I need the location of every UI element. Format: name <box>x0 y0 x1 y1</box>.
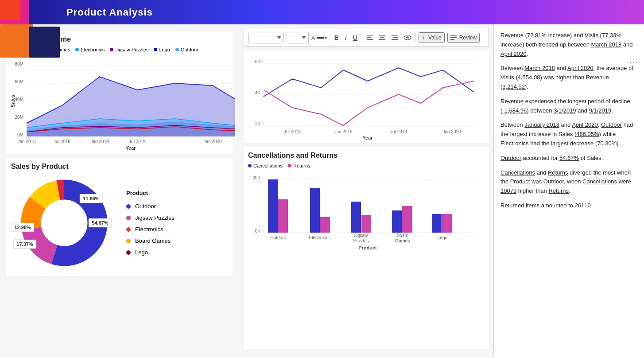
outdoor-dot <box>175 48 179 51</box>
align-left-button[interactable] <box>365 34 375 41</box>
pie-legend-title: Product <box>126 187 175 199</box>
pie-outdoor: Outdoor <box>126 201 175 212</box>
size-select[interactable] <box>287 32 309 43</box>
march-2018-1[interactable]: March 2018 <box>591 41 622 48</box>
svg-text:Sales: Sales <box>10 95 16 108</box>
align-center-button[interactable] <box>377 34 387 41</box>
italic-button[interactable]: I <box>343 33 349 42</box>
jan-2018[interactable]: January 2018 <box>524 121 559 128</box>
svg-text:4K: 4K <box>255 90 261 95</box>
outdoor-cancel-bar <box>268 179 278 233</box>
bold-button[interactable]: B <box>333 33 341 42</box>
legend-electronics: Electronics <box>75 47 105 52</box>
returns-link-1[interactable]: Returns <box>548 169 568 176</box>
decline-end[interactable]: 9/1/2019 <box>589 107 612 114</box>
logo-orange-top <box>0 0 20 20</box>
svg-text:Games: Games <box>395 238 410 243</box>
outdoor-sales-pct[interactable]: 54.67% <box>559 155 579 161</box>
svg-text:Year: Year <box>362 135 373 140</box>
visits-link-2[interactable]: Visits <box>500 74 514 81</box>
font-select[interactable] <box>248 32 284 43</box>
outdoor-link-1[interactable]: Outdoor <box>601 121 622 128</box>
svg-text:Jan 2018: Jan 2018 <box>17 139 36 144</box>
svg-text:12.98%: 12.98% <box>14 225 31 230</box>
decline-val[interactable]: -1,684.96 <box>502 107 527 114</box>
svg-text:0K: 0K <box>255 229 261 233</box>
bar-chart-svg: 20K 0K <box>248 171 478 248</box>
font-color-btn[interactable]: A ▾ <box>311 35 327 41</box>
options-icon[interactable]: ··· <box>629 58 639 67</box>
svg-text:Jan 2019: Jan 2019 <box>90 139 109 144</box>
outdoor-pct[interactable]: 466.05% <box>576 131 599 137</box>
revenue-link-1[interactable]: Revenue <box>500 32 524 39</box>
svg-text:Board: Board <box>397 233 409 238</box>
pie-electronics-label: Electronics <box>135 224 163 235</box>
value-tab-label: Value <box>428 35 442 41</box>
april-2020-2[interactable]: April 2020 <box>567 65 594 71</box>
visits-link-1[interactable]: Visits <box>585 32 598 39</box>
pie-boardgames-dot <box>126 239 131 243</box>
cancellations-link-2[interactable]: Cancellations <box>582 178 617 185</box>
line-chart-top: 6K 4K 2K Jul 2018 Jan 2019 Jul 2019 Jan … <box>244 50 489 143</box>
cancellations-link-1[interactable]: Cancellations <box>500 169 535 176</box>
link-button[interactable] <box>402 34 413 41</box>
svg-text:Lego: Lego <box>438 235 448 240</box>
revenue-avg[interactable]: 3,214.52 <box>502 83 525 90</box>
svg-text:40M: 40M <box>15 97 23 102</box>
revenue-link-3[interactable]: Revenue <box>500 98 524 105</box>
insight-4: Between January 2018 and April 2020, Out… <box>500 121 637 148</box>
electronics-dot <box>75 48 79 51</box>
visits-pct-1[interactable]: 77.33% <box>602 32 621 39</box>
pie-board-games: Board Games <box>126 235 175 247</box>
svg-text:Puzzles: Puzzles <box>353 238 369 243</box>
insights-panel: Revenue (72.81% increase) and Visits (77… <box>493 24 644 358</box>
insight-3: Revenue experienced the longest period o… <box>500 97 637 116</box>
divider-2 <box>362 33 362 42</box>
revenue-link-2[interactable]: Revenue <box>586 74 609 81</box>
returns-link-2[interactable]: Returns <box>548 187 569 194</box>
svg-text:54.67%: 54.67% <box>92 220 109 226</box>
returned-val[interactable]: 26110 <box>575 202 591 209</box>
outdoor-link-2[interactable]: Outdoor <box>500 155 521 161</box>
outdoor-link-3[interactable]: Outdoor <box>543 178 564 185</box>
divider-1 <box>330 33 330 42</box>
svg-text:Jul 2018: Jul 2018 <box>284 129 301 134</box>
electronics-pct[interactable]: 70.30% <box>597 140 617 147</box>
returns-label: Returns <box>293 163 310 168</box>
svg-text:0M: 0M <box>17 132 23 137</box>
svg-text:80M: 80M <box>15 62 23 66</box>
visits-avg[interactable]: 4,554.08 <box>518 74 540 81</box>
svg-text:Jigsaw: Jigsaw <box>354 233 368 238</box>
insight-2: Between March 2018 and April 2020, the a… <box>500 64 637 91</box>
align-right-button[interactable] <box>390 34 400 41</box>
review-tab[interactable]: Review <box>447 33 480 43</box>
sales-by-product-chart: Sales by Product <box>7 158 233 276</box>
electronics-link-1[interactable]: Electronics <box>500 140 529 147</box>
april-2020-1[interactable]: April 2020 <box>500 51 527 57</box>
svg-text:11.96%: 11.96% <box>83 196 100 201</box>
pie-electronics: Electronics <box>126 224 175 235</box>
cancellations-legend-item: Cancellations <box>248 163 283 168</box>
decline-start[interactable]: 3/1/2019 <box>554 107 576 114</box>
svg-text:Jul 2019: Jul 2019 <box>129 139 146 144</box>
pie-lego-label: Lego <box>135 247 148 258</box>
svg-text:2K: 2K <box>255 121 261 126</box>
legend-outdoor: Outdoor <box>175 47 198 52</box>
april-2020-3[interactable]: April 2020 <box>572 121 598 128</box>
svg-text:Jan 2020: Jan 2020 <box>203 139 222 144</box>
value-tab[interactable]: + Value <box>419 32 445 43</box>
jigsaw-dot <box>110 48 113 51</box>
header: Product Analysis <box>0 0 644 24</box>
revenue-pct-1[interactable]: 72.81% <box>527 32 547 39</box>
line-chart-svg: 6K 4K 2K Jul 2018 Jan 2019 Jul 2019 Jan … <box>248 54 478 136</box>
pie-lego-dot <box>126 250 131 255</box>
underline-button[interactable]: U <box>351 33 359 42</box>
jigsaw-return-bar <box>361 215 371 233</box>
march-2018-2[interactable]: March 2018 <box>524 65 555 71</box>
page-title: Product Analysis <box>66 7 153 18</box>
svg-text:Jan 2020: Jan 2020 <box>442 129 461 134</box>
main-content: Sales across time Product Board Games El… <box>0 24 644 358</box>
svg-text:Year: Year <box>125 145 136 151</box>
svg-text:Electronics: Electronics <box>309 235 331 240</box>
diverge-val[interactable]: 10079 <box>500 187 516 194</box>
